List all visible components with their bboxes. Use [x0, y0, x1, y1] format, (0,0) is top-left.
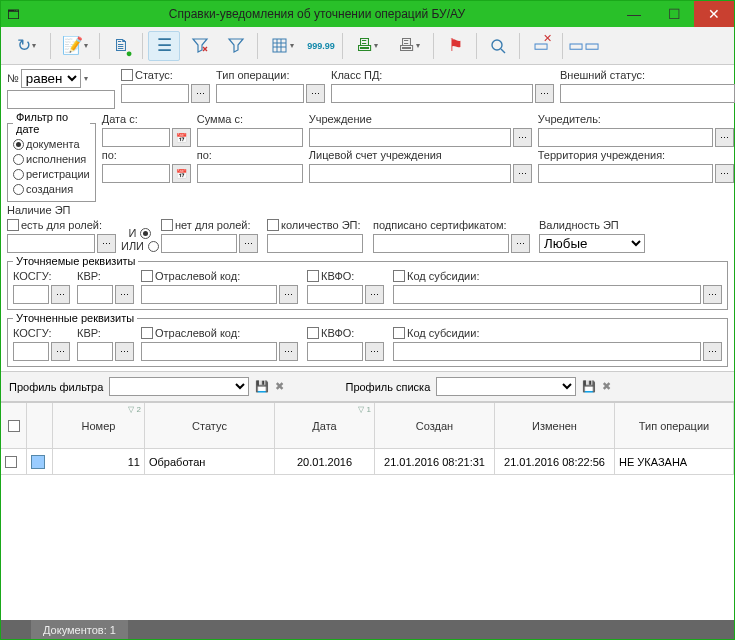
col-date[interactable]: Дата▽ 1 — [275, 403, 375, 448]
dateto-input[interactable] — [102, 164, 170, 183]
svg-point-1 — [492, 40, 502, 50]
edit-button[interactable]: 📝▾ — [56, 31, 94, 61]
territory-label: Территория учреждения: — [538, 149, 734, 161]
orgacc-input[interactable] — [309, 164, 511, 183]
add-button[interactable]: 🗎● — [105, 31, 137, 61]
save-icon-2[interactable]: 💾 — [582, 380, 596, 393]
clear-icon-2[interactable]: ✖ — [602, 380, 611, 393]
radio-date-exec[interactable] — [13, 154, 24, 165]
datefrom-cal[interactable]: 📅 — [172, 128, 191, 147]
grid-checkall[interactable] — [8, 420, 20, 432]
optype-pick[interactable]: ⋯ — [306, 84, 325, 103]
close-button[interactable]: ✕ — [694, 1, 734, 27]
data-grid: Номер▽ 2 Статус Дата▽ 1 Создан Изменен Т… — [1, 402, 734, 620]
radio-and[interactable] — [140, 228, 151, 239]
filter-panel: № равен ▾ Статус: ⋯ Тип операции: ⋯ Клас… — [1, 65, 734, 371]
pdclass-pick[interactable]: ⋯ — [535, 84, 554, 103]
profile-list-select[interactable] — [436, 377, 576, 396]
sumfrom-label: Сумма с: — [197, 113, 303, 125]
orgacc-pick[interactable]: ⋯ — [513, 164, 532, 183]
signedcert-input[interactable] — [373, 234, 509, 253]
row-icon — [31, 455, 45, 469]
territory-input[interactable] — [538, 164, 713, 183]
num-input[interactable] — [7, 90, 115, 109]
fs-clarified: Уточняемые реквизиты КОСГУ:⋯ КВР:⋯ Отрас… — [7, 255, 728, 310]
filter-apply-button[interactable] — [220, 31, 252, 61]
table-row[interactable]: 11 Обработан 20.01.2016 21.01.2016 08:21… — [1, 449, 734, 475]
fs2-kvr[interactable] — [77, 342, 113, 361]
fs1-kvr[interactable] — [77, 285, 113, 304]
date-filter-legend: Фильтр по дате — [13, 111, 90, 135]
status-chk[interactable] — [121, 69, 133, 81]
fs2-kosgu[interactable] — [13, 342, 49, 361]
founder-input[interactable] — [538, 128, 713, 147]
founder-pick[interactable]: ⋯ — [715, 128, 734, 147]
optype-input[interactable] — [216, 84, 304, 103]
ep-no-input[interactable] — [161, 234, 237, 253]
col-created[interactable]: Создан — [375, 403, 495, 448]
col-status[interactable]: Статус — [145, 403, 275, 448]
ep-count-input[interactable] — [267, 234, 363, 253]
ep-count-chk[interactable] — [267, 219, 279, 231]
col-num[interactable]: Номер▽ 2 — [53, 403, 145, 448]
num-label: № — [7, 72, 19, 84]
ep-yes-chk[interactable] — [7, 219, 19, 231]
extstatus-label: Внешний статус: — [560, 69, 645, 81]
org-pick[interactable]: ⋯ — [513, 128, 532, 147]
grid-button[interactable]: ▾ — [263, 31, 301, 61]
row-check[interactable] — [5, 456, 17, 468]
clear-icon[interactable]: ✖ — [275, 380, 284, 393]
num-op-select[interactable]: равен — [21, 69, 81, 88]
orgacc-label: Лицевой счет учреждения — [309, 149, 532, 161]
minimize-button[interactable]: — — [614, 1, 654, 27]
col-changed[interactable]: Изменен — [495, 403, 615, 448]
radio-date-reg[interactable] — [13, 169, 24, 180]
signedcert-pick[interactable]: ⋯ — [511, 234, 530, 253]
fs2-otras[interactable] — [141, 342, 277, 361]
org-input[interactable] — [309, 128, 511, 147]
filter-reset-button[interactable] — [184, 31, 216, 61]
ep-no-pick[interactable]: ⋯ — [239, 234, 258, 253]
radio-date-create[interactable] — [13, 184, 24, 195]
print-button[interactable]: 🖶▾ — [390, 31, 428, 61]
fs1-kosgu[interactable] — [13, 285, 49, 304]
sumfrom-input[interactable] — [197, 128, 303, 147]
titlebar: 🗔 Справки-уведомления об уточнении опера… — [1, 1, 734, 27]
radio-date-doc[interactable] — [13, 139, 24, 150]
fs1-subsidy[interactable] — [393, 285, 701, 304]
svg-rect-0 — [273, 39, 286, 52]
numbers-button[interactable]: 999.99 — [305, 31, 337, 61]
sumto-input[interactable] — [197, 164, 303, 183]
maximize-button[interactable]: ☐ — [654, 1, 694, 27]
windows-button[interactable]: ▭▭ — [568, 31, 600, 61]
extstatus-input[interactable] — [560, 84, 735, 103]
flag-button[interactable]: ⚑ — [439, 31, 471, 61]
filter-panel-button[interactable]: ☰ — [148, 31, 180, 61]
search-button[interactable] — [482, 31, 514, 61]
fs2-kvfo[interactable] — [307, 342, 363, 361]
pdclass-input[interactable] — [331, 84, 533, 103]
close-tab-button[interactable]: ▭✕ — [525, 31, 557, 61]
status-input[interactable] — [121, 84, 189, 103]
save-icon[interactable]: 💾 — [255, 380, 269, 393]
ep-yes-input[interactable] — [7, 234, 95, 253]
fs2-subsidy[interactable] — [393, 342, 701, 361]
col-optype[interactable]: Тип операции — [615, 403, 734, 448]
fs1-otras[interactable] — [141, 285, 277, 304]
fs1-kvfo[interactable] — [307, 285, 363, 304]
signedcert-label: подписано сертификатом: — [373, 219, 533, 231]
datefrom-input[interactable] — [102, 128, 170, 147]
pdclass-label: Класс ПД: — [331, 69, 382, 81]
radio-or[interactable] — [148, 241, 159, 252]
status-pick[interactable]: ⋯ — [191, 84, 210, 103]
epvalid-label: Валидность ЭП — [539, 219, 649, 231]
epvalid-select[interactable]: Любые — [539, 234, 645, 253]
ep-no-chk[interactable] — [161, 219, 173, 231]
profile-list-label: Профиль списка — [345, 381, 430, 393]
refresh-button[interactable]: ↻▾ — [7, 31, 45, 61]
territory-pick[interactable]: ⋯ — [715, 164, 734, 183]
ep-yes-pick[interactable]: ⋯ — [97, 234, 116, 253]
profile-filter-select[interactable] — [109, 377, 249, 396]
dateto-cal[interactable]: 📅 — [172, 164, 191, 183]
print-send-button[interactable]: 🖶▾ — [348, 31, 386, 61]
